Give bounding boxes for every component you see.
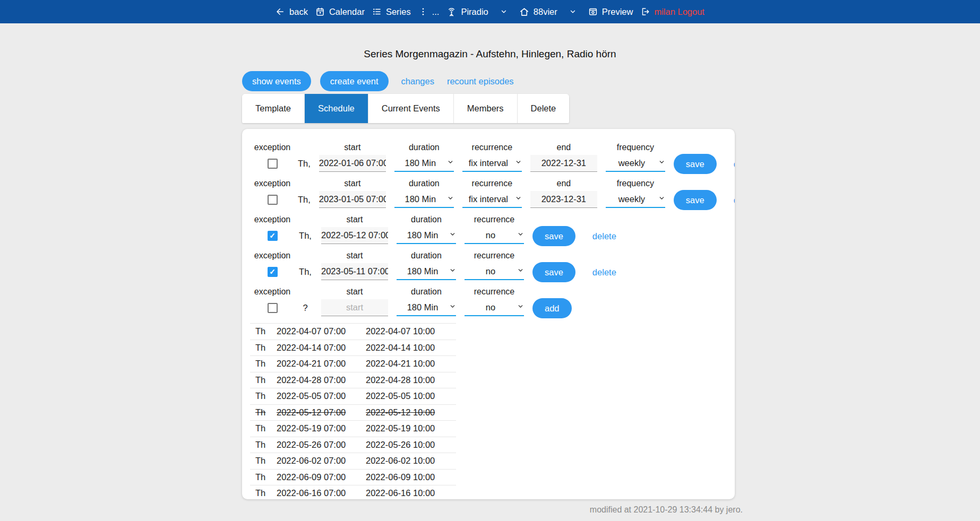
event-start: 2022-04-14 07:00	[277, 343, 366, 353]
recurrence-label: recurrence	[472, 143, 512, 154]
recurrence-label: recurrence	[472, 179, 512, 190]
recurrence-label: recurrence	[474, 251, 514, 262]
event-row: Th2022-04-21 07:002022-04-21 10:00	[250, 356, 456, 372]
event-row: Th2022-06-09 07:002022-06-09 10:00	[250, 470, 456, 486]
save-button[interactable]: save	[674, 190, 717, 210]
nav-more[interactable]: ...	[418, 7, 440, 17]
exception-label: exception	[254, 251, 291, 262]
tab-delete[interactable]: Delete	[517, 94, 570, 123]
event-start: 2022-05-26 07:00	[277, 440, 366, 450]
arrow-left-icon	[276, 7, 285, 16]
schedule-row-new: exception ? start duration 180 Min recur…	[255, 287, 724, 318]
event-day: Th	[250, 326, 277, 336]
end-input[interactable]	[530, 191, 597, 208]
nav-station-label: 88vier	[534, 7, 557, 17]
chevron-down-icon[interactable]	[569, 8, 577, 15]
save-button[interactable]: save	[532, 226, 575, 246]
nav-logout[interactable]: milan Logout	[640, 7, 704, 17]
delete-link[interactable]: delete	[592, 231, 616, 241]
event-end: 2022-05-26 10:00	[366, 440, 451, 450]
recurrence-select[interactable]: fix interval	[462, 191, 522, 208]
start-label: start	[344, 143, 360, 154]
changes-link[interactable]: changes	[401, 76, 434, 86]
exception-label: exception	[254, 215, 291, 226]
duration-select[interactable]: 180 Min	[397, 227, 456, 244]
event-start: 2022-06-16 07:00	[277, 488, 366, 498]
frequency-select[interactable]: weekly	[606, 191, 665, 208]
event-row: Th2022-04-07 07:002022-04-07 10:00	[250, 324, 456, 340]
recurrence-label: recurrence	[474, 287, 514, 298]
duration-select[interactable]: 180 Min	[397, 263, 456, 280]
nav-piradio-label: Piradio	[461, 7, 488, 17]
start-input[interactable]	[319, 191, 386, 208]
recount-episodes-link[interactable]: recount episodes	[447, 76, 514, 86]
event-day: Th	[250, 472, 277, 482]
event-start: 2022-05-05 07:00	[277, 391, 366, 401]
exception-label: exception	[254, 179, 291, 190]
recurrence-select[interactable]: no	[465, 227, 524, 244]
event-day: Th	[250, 440, 277, 450]
schedule-row-exception: exception Th, start duration 180 Min rec…	[255, 251, 724, 282]
event-end: 2022-06-02 10:00	[366, 456, 451, 466]
delete-link[interactable]: delete	[592, 267, 616, 277]
recurrence-select[interactable]: fix interval	[462, 155, 522, 172]
event-start: 2022-06-09 07:00	[277, 472, 366, 482]
add-button[interactable]: add	[532, 298, 572, 318]
start-input[interactable]	[321, 299, 388, 316]
recurrence-select[interactable]: no	[465, 299, 524, 316]
nav-station[interactable]: 88vier	[519, 7, 557, 17]
start-input[interactable]	[321, 263, 388, 280]
tab-template[interactable]: Template	[242, 94, 304, 123]
nav-calendar[interactable]: Calendar	[315, 7, 365, 17]
list-icon	[372, 7, 382, 16]
start-label: start	[346, 215, 363, 226]
start-label: start	[346, 251, 363, 262]
start-input[interactable]	[319, 155, 386, 172]
start-label: start	[346, 287, 363, 298]
delete-link[interactable]: delete	[734, 195, 735, 205]
action-bar: show events create event changes recount…	[242, 71, 738, 91]
tab-current-events[interactable]: Current Events	[368, 94, 453, 123]
nav-piradio[interactable]: Piradio	[446, 7, 488, 17]
save-button[interactable]: save	[674, 154, 717, 174]
duration-select[interactable]: 180 Min	[394, 155, 454, 172]
event-end: 2022-06-09 10:00	[366, 472, 451, 482]
top-nav: back Calendar Series ... Piradio 88vier …	[0, 0, 980, 23]
recurrence-label: recurrence	[474, 215, 514, 226]
logout-icon	[640, 7, 650, 16]
show-events-button[interactable]: show events	[242, 71, 311, 91]
exception-label: exception	[254, 143, 291, 154]
frequency-label: frequency	[617, 143, 654, 154]
nav-preview[interactable]: Preview	[588, 7, 633, 17]
event-end: 2022-05-12 10:00	[366, 407, 451, 418]
nav-series[interactable]: Series	[372, 7, 411, 17]
start-input[interactable]	[321, 227, 388, 244]
frequency-select[interactable]: weekly	[606, 155, 665, 172]
page-title: Series Morgenmagazin - Aufstehn, Hinlege…	[0, 48, 980, 60]
exception-checkbox[interactable]	[268, 195, 278, 205]
exception-checkbox[interactable]	[268, 303, 278, 313]
tab-members[interactable]: Members	[453, 94, 517, 123]
exception-label: exception	[254, 287, 291, 298]
recurrence-select[interactable]: no	[465, 263, 524, 280]
delete-link[interactable]: delete	[734, 159, 735, 169]
end-input[interactable]	[530, 155, 597, 172]
preview-icon	[588, 7, 598, 16]
event-start: 2022-04-21 07:00	[277, 359, 366, 369]
nav-back[interactable]: back	[276, 7, 308, 17]
save-button[interactable]: save	[532, 262, 575, 282]
chevron-down-icon[interactable]	[500, 8, 508, 15]
duration-select[interactable]: 180 Min	[397, 299, 456, 316]
duration-select[interactable]: 180 Min	[394, 191, 454, 208]
event-end: 2022-05-19 10:00	[366, 423, 451, 433]
event-end: 2022-06-16 10:00	[366, 488, 451, 498]
events-table: Th2022-04-07 07:002022-04-07 10:00 Th202…	[250, 323, 456, 499]
day-label: Th,	[298, 190, 311, 209]
exception-checkbox[interactable]	[268, 231, 278, 241]
schedule-card: exception Th, start duration 180 Min rec…	[242, 129, 735, 499]
create-event-button[interactable]: create event	[320, 71, 389, 91]
exception-checkbox[interactable]	[268, 159, 278, 169]
event-start: 2022-06-02 07:00	[277, 456, 366, 466]
exception-checkbox[interactable]	[268, 267, 278, 277]
tab-schedule[interactable]: Schedule	[304, 94, 368, 123]
